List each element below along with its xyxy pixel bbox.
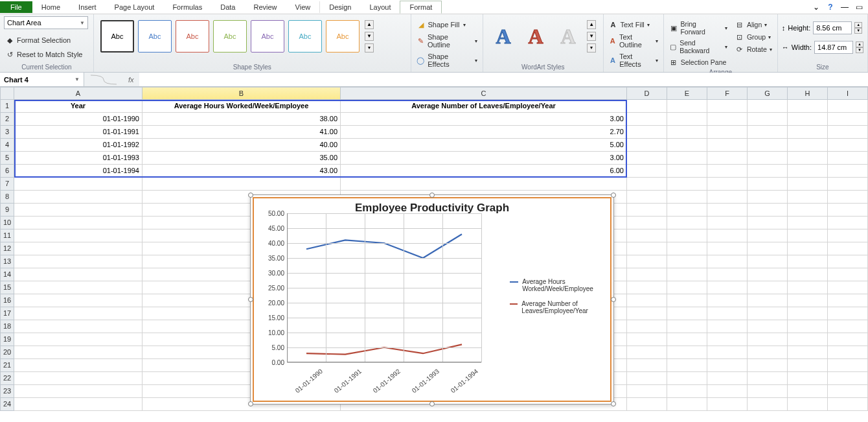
cell[interactable] <box>828 165 868 178</box>
cell[interactable] <box>667 268 707 281</box>
cell[interactable] <box>828 359 868 372</box>
cell[interactable] <box>627 152 667 165</box>
cell[interactable] <box>748 242 788 255</box>
tab-formulas[interactable]: Formulas <box>163 1 211 13</box>
cell[interactable] <box>667 100 707 113</box>
tab-design[interactable]: Design <box>319 1 360 13</box>
cell[interactable] <box>627 242 667 255</box>
cell[interactable] <box>627 372 667 385</box>
cell[interactable] <box>627 359 667 372</box>
select-all-corner[interactable] <box>0 87 14 100</box>
cell[interactable] <box>627 100 667 113</box>
cell[interactable] <box>707 320 748 333</box>
cell[interactable] <box>14 255 143 268</box>
col-header-H[interactable]: H <box>788 87 828 100</box>
cell[interactable] <box>828 320 868 333</box>
cell[interactable] <box>707 204 748 217</box>
row-header[interactable]: 11 <box>0 229 14 242</box>
tab-format[interactable]: Format <box>400 1 442 14</box>
cell[interactable]: Year <box>14 100 143 113</box>
tab-view[interactable]: View <box>286 1 320 13</box>
cell[interactable] <box>627 294 667 307</box>
cell[interactable] <box>828 281 868 294</box>
format-selection-button[interactable]: ◆ Format Selection <box>4 34 91 46</box>
cell[interactable] <box>707 372 748 385</box>
cell[interactable]: 01-01-1994 <box>14 165 143 178</box>
name-box[interactable]: Chart 4 ▼ <box>0 73 84 86</box>
cell[interactable] <box>667 178 707 191</box>
cell[interactable] <box>788 255 828 268</box>
cell[interactable] <box>707 113 748 126</box>
cell[interactable] <box>828 398 868 411</box>
cell[interactable]: 6.00 <box>341 165 627 178</box>
cell[interactable] <box>707 385 748 398</box>
cell[interactable] <box>828 294 868 307</box>
cell[interactable] <box>627 333 667 346</box>
cell[interactable] <box>707 359 748 372</box>
scroll-down-icon[interactable]: ▼ <box>365 32 374 41</box>
scroll-down-icon[interactable]: ▼ <box>587 32 596 41</box>
cell[interactable] <box>788 113 828 126</box>
cell[interactable] <box>667 255 707 268</box>
cell[interactable] <box>667 242 707 255</box>
chart-plot-area[interactable] <box>287 213 481 362</box>
width-spinner[interactable]: ▲▼ <box>856 41 863 53</box>
cell[interactable] <box>748 204 788 217</box>
cell[interactable] <box>14 320 143 333</box>
shape-style-swatch[interactable]: Abc <box>251 20 284 53</box>
cell[interactable] <box>627 281 667 294</box>
row-header[interactable]: 23 <box>0 385 14 398</box>
tab-layout[interactable]: Layout <box>360 1 400 13</box>
resize-handle[interactable] <box>248 193 253 198</box>
row-header[interactable]: 9 <box>0 204 14 217</box>
cell[interactable] <box>828 113 868 126</box>
cell[interactable] <box>748 217 788 229</box>
cell[interactable] <box>707 307 748 320</box>
cell[interactable] <box>667 385 707 398</box>
row-header[interactable]: 14 <box>0 268 14 281</box>
row-header[interactable]: 8 <box>0 191 14 204</box>
cell[interactable] <box>667 359 707 372</box>
resize-handle[interactable] <box>248 401 253 406</box>
cell[interactable]: 5.00 <box>341 139 627 152</box>
cell[interactable]: 01-01-1990 <box>14 113 143 126</box>
cell[interactable] <box>788 204 828 217</box>
cell[interactable] <box>627 320 667 333</box>
reset-style-button[interactable]: ↺ Reset to Match Style <box>4 49 91 60</box>
cell[interactable] <box>14 346 143 359</box>
cell[interactable] <box>828 152 868 165</box>
cell[interactable] <box>707 178 748 191</box>
col-header-I[interactable]: I <box>828 87 868 100</box>
cell[interactable] <box>143 178 341 191</box>
cell[interactable] <box>14 204 143 217</box>
cell[interactable] <box>788 139 828 152</box>
cell[interactable] <box>667 217 707 229</box>
cell[interactable] <box>667 346 707 359</box>
row-header[interactable]: 24 <box>0 398 14 411</box>
cell[interactable] <box>748 268 788 281</box>
wordart-swatch[interactable]: A <box>521 20 551 53</box>
shape-style-swatch[interactable]: Abc <box>213 20 247 53</box>
cell[interactable] <box>627 191 667 204</box>
help-icon[interactable]: ? <box>825 2 836 12</box>
cell[interactable] <box>828 191 868 204</box>
cell[interactable]: 3.00 <box>341 113 627 126</box>
cell[interactable] <box>828 307 868 320</box>
row-header[interactable]: 16 <box>0 294 14 307</box>
gallery-scrollbar[interactable]: ▲ ▼ ▾ <box>587 20 596 53</box>
cell[interactable] <box>627 229 667 242</box>
row-header[interactable]: 12 <box>0 242 14 255</box>
col-header-F[interactable]: F <box>707 87 748 100</box>
col-header-B[interactable]: B <box>143 87 341 100</box>
cell[interactable] <box>707 152 748 165</box>
cell[interactable] <box>788 126 828 139</box>
cell[interactable] <box>748 152 788 165</box>
cell[interactable] <box>748 398 788 411</box>
cell[interactable] <box>788 359 828 372</box>
cell[interactable] <box>627 217 667 229</box>
cell[interactable] <box>788 229 828 242</box>
cell[interactable] <box>707 139 748 152</box>
wordart-swatch[interactable]: A <box>553 20 583 53</box>
cell[interactable] <box>707 255 748 268</box>
chart-element-dropdown[interactable]: Chart Area ▼ <box>4 16 88 29</box>
